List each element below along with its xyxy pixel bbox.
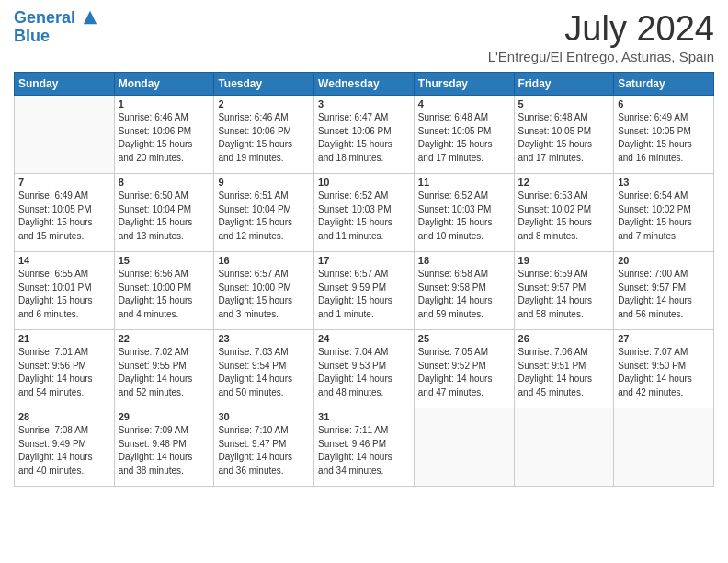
calendar-cell: 31Sunrise: 7:11 AMSunset: 9:46 PMDayligh… — [314, 408, 415, 487]
day-number: 18 — [418, 255, 510, 266]
day-number: 1 — [119, 98, 210, 109]
calendar-cell — [414, 408, 514, 487]
calendar-cell: 21Sunrise: 7:01 AMSunset: 9:56 PMDayligh… — [15, 330, 115, 408]
weekday-header-cell: Saturday — [614, 73, 714, 96]
day-number: 5 — [518, 98, 610, 109]
day-info: Sunrise: 6:51 AMSunset: 10:04 PMDaylight… — [218, 190, 310, 243]
day-number: 31 — [318, 411, 410, 422]
calendar-cell — [514, 408, 614, 487]
calendar-cell: 4Sunrise: 6:48 AMSunset: 10:05 PMDayligh… — [414, 96, 514, 174]
day-number: 15 — [119, 255, 210, 266]
day-info: Sunrise: 6:48 AMSunset: 10:05 PMDaylight… — [518, 111, 610, 165]
calendar-cell: 24Sunrise: 7:04 AMSunset: 9:53 PMDayligh… — [314, 330, 415, 408]
day-number: 13 — [618, 177, 710, 188]
day-info: Sunrise: 7:00 AMSunset: 9:57 PMDaylight:… — [618, 268, 710, 321]
calendar-cell: 16Sunrise: 6:57 AMSunset: 10:00 PMDaylig… — [214, 252, 314, 330]
day-number: 2 — [218, 98, 310, 109]
day-info: Sunrise: 6:56 AMSunset: 10:00 PMDaylight… — [119, 268, 210, 321]
day-number: 21 — [18, 333, 110, 344]
day-info: Sunrise: 6:49 AMSunset: 10:05 PMDaylight… — [618, 111, 710, 165]
day-info: Sunrise: 6:52 AMSunset: 10:03 PMDaylight… — [318, 190, 410, 243]
day-number: 17 — [318, 255, 410, 266]
month-title: July 2024 — [488, 9, 714, 49]
day-number: 22 — [119, 333, 210, 344]
day-info: Sunrise: 6:46 AMSunset: 10:06 PMDaylight… — [218, 111, 310, 165]
day-number: 7 — [18, 177, 110, 188]
day-number: 19 — [518, 255, 610, 266]
calendar-cell: 11Sunrise: 6:52 AMSunset: 10:03 PMDaylig… — [414, 174, 514, 252]
calendar-cell: 22Sunrise: 7:02 AMSunset: 9:55 PMDayligh… — [114, 330, 214, 408]
calendar-week-row: 21Sunrise: 7:01 AMSunset: 9:56 PMDayligh… — [15, 330, 714, 408]
calendar-cell: 10Sunrise: 6:52 AMSunset: 10:03 PMDaylig… — [314, 174, 415, 252]
day-number: 30 — [218, 411, 310, 422]
day-info: Sunrise: 7:07 AMSunset: 9:50 PMDaylight:… — [618, 346, 710, 399]
day-info: Sunrise: 7:02 AMSunset: 9:55 PMDaylight:… — [119, 346, 210, 399]
calendar-cell: 9Sunrise: 6:51 AMSunset: 10:04 PMDayligh… — [214, 174, 314, 252]
calendar-cell: 15Sunrise: 6:56 AMSunset: 10:00 PMDaylig… — [114, 252, 214, 330]
day-number: 12 — [518, 177, 610, 188]
day-number: 16 — [218, 255, 310, 266]
day-number: 14 — [18, 255, 110, 266]
day-number: 9 — [218, 177, 310, 188]
weekday-header-cell: Wednesday — [314, 73, 415, 96]
calendar-week-row: 14Sunrise: 6:55 AMSunset: 10:01 PMDaylig… — [15, 252, 714, 330]
day-number: 24 — [318, 333, 410, 344]
calendar-cell: 5Sunrise: 6:48 AMSunset: 10:05 PMDayligh… — [514, 96, 614, 174]
calendar-cell: 12Sunrise: 6:53 AMSunset: 10:02 PMDaylig… — [514, 174, 614, 252]
calendar-cell: 27Sunrise: 7:07 AMSunset: 9:50 PMDayligh… — [614, 330, 714, 408]
logo: General Blue — [14, 9, 98, 46]
title-block: July 2024 L'Entregu/El Entrego, Asturias… — [488, 9, 714, 64]
calendar-cell: 6Sunrise: 6:49 AMSunset: 10:05 PMDayligh… — [614, 96, 714, 174]
calendar-cell: 7Sunrise: 6:49 AMSunset: 10:05 PMDayligh… — [15, 174, 115, 252]
calendar-cell: 18Sunrise: 6:58 AMSunset: 9:58 PMDayligh… — [414, 252, 514, 330]
day-info: Sunrise: 7:06 AMSunset: 9:51 PMDaylight:… — [518, 346, 610, 399]
day-info: Sunrise: 6:50 AMSunset: 10:04 PMDaylight… — [119, 190, 210, 243]
day-info: Sunrise: 7:05 AMSunset: 9:52 PMDaylight:… — [418, 346, 510, 399]
calendar-cell: 20Sunrise: 7:00 AMSunset: 9:57 PMDayligh… — [614, 252, 714, 330]
day-info: Sunrise: 6:46 AMSunset: 10:06 PMDaylight… — [119, 111, 210, 165]
logo-text: General Blue — [14, 9, 98, 46]
calendar-cell: 2Sunrise: 6:46 AMSunset: 10:06 PMDayligh… — [214, 96, 314, 174]
day-number: 4 — [418, 98, 510, 109]
weekday-header-cell: Tuesday — [214, 73, 314, 96]
day-info: Sunrise: 6:57 AMSunset: 10:00 PMDaylight… — [218, 268, 310, 321]
day-info: Sunrise: 6:59 AMSunset: 9:57 PMDaylight:… — [518, 268, 610, 321]
calendar-cell: 17Sunrise: 6:57 AMSunset: 9:59 PMDayligh… — [314, 252, 415, 330]
day-info: Sunrise: 7:09 AMSunset: 9:48 PMDaylight:… — [119, 424, 210, 477]
calendar-week-row: 7Sunrise: 6:49 AMSunset: 10:05 PMDayligh… — [15, 174, 714, 252]
day-info: Sunrise: 7:04 AMSunset: 9:53 PMDaylight:… — [318, 346, 410, 399]
day-info: Sunrise: 7:03 AMSunset: 9:54 PMDaylight:… — [218, 346, 310, 399]
calendar-cell: 26Sunrise: 7:06 AMSunset: 9:51 PMDayligh… — [514, 330, 614, 408]
calendar-body: 1Sunrise: 6:46 AMSunset: 10:06 PMDayligh… — [15, 96, 714, 487]
day-info: Sunrise: 6:53 AMSunset: 10:02 PMDaylight… — [518, 190, 610, 243]
day-info: Sunrise: 7:10 AMSunset: 9:47 PMDaylight:… — [218, 424, 310, 477]
svg-marker-0 — [84, 11, 97, 24]
day-info: Sunrise: 6:48 AMSunset: 10:05 PMDaylight… — [418, 111, 510, 165]
weekday-header-row: SundayMondayTuesdayWednesdayThursdayFrid… — [15, 73, 714, 96]
calendar-cell: 28Sunrise: 7:08 AMSunset: 9:49 PMDayligh… — [15, 408, 115, 487]
day-info: Sunrise: 6:58 AMSunset: 9:58 PMDaylight:… — [418, 268, 510, 321]
calendar-cell: 1Sunrise: 6:46 AMSunset: 10:06 PMDayligh… — [114, 96, 214, 174]
calendar-cell: 29Sunrise: 7:09 AMSunset: 9:48 PMDayligh… — [114, 408, 214, 487]
day-number: 20 — [618, 255, 710, 266]
weekday-header-cell: Sunday — [15, 73, 115, 96]
weekday-header-cell: Monday — [114, 73, 214, 96]
calendar-cell: 25Sunrise: 7:05 AMSunset: 9:52 PMDayligh… — [414, 330, 514, 408]
day-info: Sunrise: 6:49 AMSunset: 10:05 PMDaylight… — [18, 190, 110, 243]
day-info: Sunrise: 7:01 AMSunset: 9:56 PMDaylight:… — [18, 346, 110, 399]
calendar-week-row: 1Sunrise: 6:46 AMSunset: 10:06 PMDayligh… — [15, 96, 714, 174]
day-info: Sunrise: 6:47 AMSunset: 10:06 PMDaylight… — [318, 111, 410, 165]
page-header: General Blue July 2024 L'Entregu/El Entr… — [14, 9, 714, 64]
weekday-header-cell: Friday — [514, 73, 614, 96]
day-number: 27 — [618, 333, 710, 344]
calendar-cell: 8Sunrise: 6:50 AMSunset: 10:04 PMDayligh… — [114, 174, 214, 252]
day-info: Sunrise: 6:52 AMSunset: 10:03 PMDaylight… — [418, 190, 510, 243]
calendar-cell: 23Sunrise: 7:03 AMSunset: 9:54 PMDayligh… — [214, 330, 314, 408]
day-number: 26 — [518, 333, 610, 344]
day-number: 3 — [318, 98, 410, 109]
calendar-cell — [15, 96, 115, 174]
day-info: Sunrise: 6:57 AMSunset: 9:59 PMDaylight:… — [318, 268, 410, 321]
day-number: 25 — [418, 333, 510, 344]
calendar-table: SundayMondayTuesdayWednesdayThursdayFrid… — [14, 72, 714, 487]
day-number: 29 — [119, 411, 210, 422]
